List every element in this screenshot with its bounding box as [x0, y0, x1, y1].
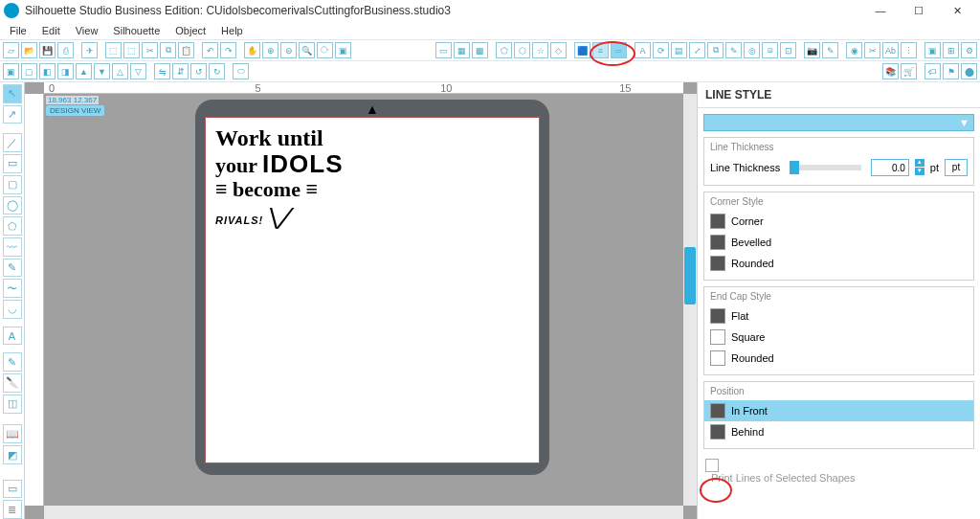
- line-color-button[interactable]: ═: [611, 42, 627, 58]
- rotate-r-button[interactable]: ↻: [209, 63, 225, 79]
- page-tool[interactable]: ▭: [3, 480, 22, 499]
- print-button[interactable]: ⎙: [57, 42, 74, 58]
- store-button[interactable]: ⊞: [943, 42, 959, 58]
- library-button[interactable]: ▣: [924, 42, 941, 58]
- zoom-sel-button[interactable]: 🔍: [299, 42, 315, 58]
- canvas-area[interactable]: 0 5 10 15 18.963 12.367 DESIGN VIEW ▲ Wo…: [25, 82, 697, 519]
- freehand-tool[interactable]: ✎: [3, 259, 22, 278]
- release-button[interactable]: ◨: [57, 63, 74, 79]
- forward-button[interactable]: △: [112, 63, 128, 79]
- round-rect-tool[interactable]: ▢: [3, 175, 22, 194]
- select-all-button[interactable]: ⬚: [105, 42, 122, 58]
- menu-file[interactable]: File: [2, 23, 34, 38]
- paste-button[interactable]: 📋: [178, 42, 194, 58]
- cut-style-button[interactable]: ✂: [864, 42, 880, 58]
- line-style-button[interactable]: ≡: [592, 42, 609, 58]
- zoom-in-button[interactable]: ⊕: [262, 42, 278, 58]
- canvas-scrollbar-v[interactable]: [683, 94, 697, 506]
- pentagon-button[interactable]: ⬠: [496, 42, 512, 58]
- edit-points-tool[interactable]: ↗: [3, 105, 22, 124]
- smooth-freehand-tool[interactable]: 〜: [3, 279, 22, 298]
- back-button[interactable]: ▼: [94, 63, 110, 79]
- rhinestone-button[interactable]: ◉: [846, 42, 862, 58]
- endcap-opt-rounded[interactable]: Rounded: [710, 348, 968, 369]
- unit-button[interactable]: pt: [945, 159, 968, 176]
- stipple-button[interactable]: ⋮: [901, 42, 917, 58]
- ungroup-button[interactable]: ▢: [21, 63, 37, 79]
- text-style-button[interactable]: A: [635, 42, 651, 58]
- save-button[interactable]: 💾: [39, 42, 56, 58]
- design-store-button[interactable]: 🛒: [901, 63, 917, 79]
- minimize-button[interactable]: —: [861, 0, 900, 21]
- thickness-spinner[interactable]: ▲▼: [915, 159, 924, 176]
- replicate-button[interactable]: ⧉: [707, 42, 724, 58]
- maximize-button[interactable]: ☐: [900, 0, 938, 21]
- send-button[interactable]: ✈: [81, 42, 98, 58]
- text-tool[interactable]: A: [3, 327, 22, 346]
- pixscan-button[interactable]: 📷: [804, 42, 820, 58]
- layers-tool[interactable]: ≣: [3, 500, 22, 519]
- knife-tool[interactable]: 🔪: [3, 373, 22, 393]
- position-opt-front[interactable]: In Front: [704, 400, 973, 421]
- draw-note-tool[interactable]: ✎: [3, 352, 22, 372]
- front-button[interactable]: ▲: [76, 63, 92, 79]
- trace-button[interactable]: ⧇: [762, 42, 778, 58]
- rotate-l-button[interactable]: ↺: [190, 63, 207, 79]
- group-button[interactable]: ▣: [3, 63, 19, 79]
- endcap-opt-square[interactable]: Square: [710, 327, 968, 348]
- nesting-button[interactable]: ⊡: [780, 42, 796, 58]
- menu-view[interactable]: View: [68, 23, 106, 38]
- line-style-dropdown[interactable]: ▼: [703, 114, 974, 131]
- transform-rotate-button[interactable]: ⟳: [653, 42, 669, 58]
- align-button[interactable]: ▤: [671, 42, 687, 58]
- library-tool[interactable]: 📖: [3, 424, 22, 443]
- open-lib-button[interactable]: 📚: [882, 63, 899, 79]
- prefs-button[interactable]: ⚙: [961, 42, 977, 58]
- endcap-opt-flat[interactable]: Flat: [710, 305, 968, 327]
- shapes-tool[interactable]: ◩: [3, 445, 22, 464]
- tag-button[interactable]: 🏷: [924, 63, 941, 79]
- open-button[interactable]: 📂: [21, 42, 37, 58]
- mirror-h-button[interactable]: ⇋: [154, 63, 170, 79]
- polygon-tool[interactable]: ⬠: [3, 216, 22, 236]
- thickness-slider[interactable]: [790, 165, 861, 170]
- select-tool[interactable]: ↖: [3, 84, 22, 103]
- corner-opt-corner[interactable]: Corner: [710, 211, 968, 232]
- star-button[interactable]: ☆: [532, 42, 548, 58]
- fill-button[interactable]: 🟦: [574, 42, 590, 58]
- emboss-button[interactable]: Ab: [882, 42, 899, 58]
- deselect-button[interactable]: ⬚: [123, 42, 140, 58]
- backward-button[interactable]: ▽: [130, 63, 146, 79]
- diamond-button[interactable]: ◇: [550, 42, 567, 58]
- line-tool[interactable]: ／: [3, 133, 22, 152]
- zoom-out-button[interactable]: ⊖: [280, 42, 297, 58]
- fit-page-button[interactable]: ▣: [335, 42, 351, 58]
- thickness-input[interactable]: [871, 159, 909, 176]
- flag-button[interactable]: ⚑: [943, 63, 959, 79]
- weld-button[interactable]: ⬭: [233, 63, 249, 79]
- modify-button[interactable]: ✎: [725, 42, 742, 58]
- menu-object[interactable]: Object: [167, 23, 213, 38]
- artwork-text[interactable]: Work until your IDOLS ≡ become ≡ RIVALS!…: [215, 125, 344, 231]
- arc-tool[interactable]: ◡: [3, 300, 22, 319]
- position-opt-behind[interactable]: Behind: [710, 421, 968, 442]
- pan-button[interactable]: ✋: [244, 42, 260, 58]
- offset-button[interactable]: ◎: [744, 42, 760, 58]
- grid-button[interactable]: ▦: [454, 42, 470, 58]
- eraser-tool[interactable]: ◫: [3, 395, 22, 414]
- color-button[interactable]: ⬤: [961, 63, 977, 79]
- cut-button[interactable]: ✂: [142, 42, 158, 58]
- copy-button[interactable]: ⧉: [160, 42, 176, 58]
- new-button[interactable]: ▱: [3, 42, 19, 58]
- zoom-drag-button[interactable]: ⧂: [317, 42, 333, 58]
- canvas-scrollbar-h[interactable]: [44, 506, 683, 519]
- print-lines-checkbox[interactable]: [705, 459, 719, 472]
- redo-button[interactable]: ↷: [220, 42, 236, 58]
- compound-button[interactable]: ◧: [39, 63, 56, 79]
- corner-opt-rounded[interactable]: Rounded: [710, 253, 968, 274]
- menu-edit[interactable]: Edit: [34, 23, 68, 38]
- mirror-v-button[interactable]: ⇵: [172, 63, 189, 79]
- ellipse-tool[interactable]: ◯: [3, 196, 22, 215]
- reg-button[interactable]: ▩: [472, 42, 488, 58]
- menu-silhouette[interactable]: Silhouette: [105, 23, 167, 38]
